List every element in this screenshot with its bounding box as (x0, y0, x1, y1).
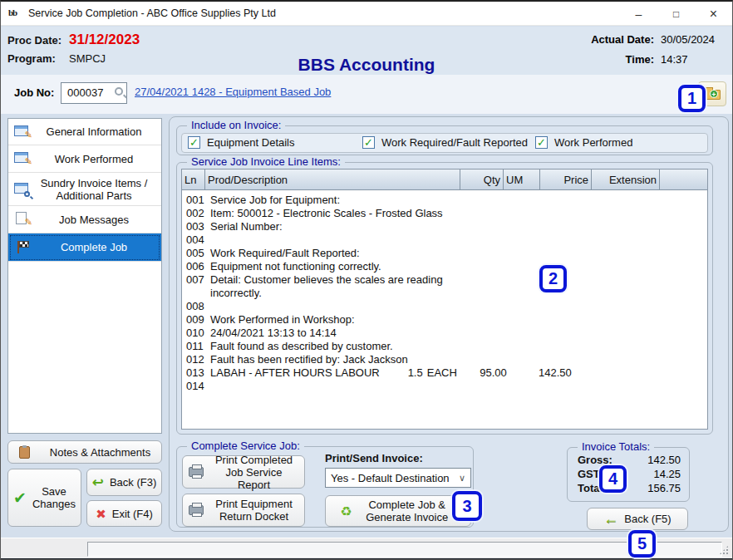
cell-ext (539, 353, 608, 366)
cell-qty (360, 247, 403, 260)
checkbox-item: ✓Equipment Details (188, 136, 295, 149)
col-um[interactable]: UM (504, 169, 540, 189)
actual-date-value: 30/05/2024 (661, 33, 722, 46)
table-row[interactable]: 011Fault found as described by customer. (182, 340, 707, 353)
cell-desc: Detail: Customer believes the scales are… (205, 273, 443, 287)
cell-ln: 003 (182, 220, 205, 233)
cell-end (608, 353, 655, 366)
cell-um: EACH (423, 366, 460, 380)
cell-desc: incorrectly. (205, 287, 262, 300)
complete-job-generate-invoice-button[interactable]: ♻ Complete Job & Generate Invoice (325, 495, 471, 527)
print-completed-job-report-button[interactable]: Print Completed Job Service Report (182, 455, 305, 489)
cell-ln: 014 (182, 380, 205, 393)
table-row[interactable]: 013LABAH - AFTER HOURS LABOUR1.5EACH95.0… (182, 366, 707, 380)
cell-um (305, 287, 342, 300)
checkbox-equipment-details[interactable]: ✓ (188, 136, 200, 149)
line-items-table: Ln Prod/Description Qty UM Price Extensi… (181, 169, 708, 430)
sidebar-item-sundry-invoice-items-additional-parts[interactable]: Sundry Invoice Items / Additional Parts (8, 173, 161, 206)
title-bar: bb Service Job Completion - ABC Office S… (1, 2, 732, 26)
totals-row-gst: GST:14.25 (568, 467, 689, 481)
table-row[interactable]: 01024/04/2021 13:13 to 14:14 (182, 327, 707, 340)
table-row[interactable]: 005Work Required/Fault Reported: (182, 247, 707, 260)
cell-ext (574, 207, 642, 220)
sidebar-item-job-messages[interactable]: ✎Job Messages (8, 206, 161, 233)
clipboard-icon (19, 446, 30, 459)
job-no-value: 000037 (67, 86, 103, 99)
cell-desc: Item: 500012 - Electronic Scales - Frost… (205, 207, 443, 220)
invoice-totals-body: Gross:142.50GST:14.25Total:156.75 (568, 448, 689, 495)
notes-attachments-button[interactable]: Notes & Attachments (7, 440, 162, 464)
cell-qty (340, 194, 383, 207)
minimize-button[interactable]: – (620, 2, 657, 26)
sidebar-item-complete-job[interactable]: Complete Job (8, 233, 161, 262)
print-send-invoice-select[interactable]: Yes - Default Destination ∨ (325, 468, 471, 488)
print-equipment-return-docket-button[interactable]: Print Equipment Return Docket (182, 494, 305, 527)
col-price[interactable]: Price (540, 169, 592, 189)
checkbox-work-required-fault-reported[interactable]: ✓ (362, 136, 375, 149)
cell-desc: Fault has been rectified by: Jack Jackso… (205, 353, 408, 366)
sidebar-item-work-performed[interactable]: ✎Work Performed (8, 145, 161, 173)
actual-date-label: Actual Date: (591, 33, 654, 46)
cell-ext (414, 220, 482, 233)
cell-um (380, 327, 416, 340)
col-ln[interactable]: Ln (182, 169, 205, 189)
save-changes-button[interactable]: ✔ Save Changes (7, 469, 81, 527)
bbs-logo-icon: bb (8, 7, 22, 20)
cell-ext (342, 380, 410, 393)
cell-ln: 008 (182, 300, 205, 313)
col-desc[interactable]: Prod/Description (205, 169, 460, 189)
sidebar-item-general-information[interactable]: ✎General Information (8, 119, 161, 145)
cell-ext (486, 313, 554, 327)
table-header: Ln Prod/Description Qty UM Price Extensi… (182, 169, 707, 190)
red-x-icon: ✖ (96, 508, 106, 520)
cell-end (642, 273, 690, 287)
cell-price (342, 287, 393, 300)
table-row[interactable]: 014 (182, 380, 707, 393)
cell-price (488, 353, 539, 366)
status-message-panel (87, 542, 722, 557)
checkbox-work-performed[interactable]: ✓ (535, 136, 548, 149)
annotation-badge-3: 3 (452, 491, 482, 521)
job-no-input[interactable]: 000037 (61, 82, 127, 104)
checkbox-label: Work Required/Fault Reported (381, 136, 528, 149)
close-button[interactable]: × (695, 2, 732, 26)
cell-price (290, 300, 342, 313)
cell-qty (283, 220, 326, 233)
back-f3-button[interactable]: ↩ Back (F3) (86, 469, 162, 496)
search-icon[interactable] (115, 87, 123, 96)
include-on-invoice-body: ✓Equipment Details✓Work Required/Fault R… (181, 133, 708, 153)
table-row[interactable]: 001Service Job for Equipment: (182, 194, 707, 207)
invoice-totals-group: Invoice Totals: Gross:142.50GST:14.25Tot… (567, 447, 690, 502)
table-row[interactable]: 003Serial Number: (182, 220, 707, 233)
header: Proc Date: 31/12/2023 Program: SMPCJ BBS… (1, 27, 732, 75)
cell-qty (443, 207, 486, 220)
table-row[interactable]: 004 (182, 233, 707, 247)
check-icon: ✔ (13, 492, 27, 504)
table-row[interactable]: 009Work Performed in Workshop: (182, 313, 707, 327)
table-row[interactable]: 008 (182, 300, 707, 313)
cell-price (290, 380, 342, 393)
table-row[interactable]: 006Equipment not functioning correctly. (182, 260, 707, 273)
cell-um (253, 233, 290, 247)
back-f5-button[interactable]: ← Back (F5) (587, 508, 688, 530)
cell-um (451, 353, 488, 366)
table-row[interactable]: incorrectly. (182, 287, 707, 300)
sidebar-item-label: Sundry Invoice Items / Additional Parts (30, 177, 158, 202)
totals-row-total: Total:156.75 (568, 481, 689, 495)
table-body: 001Service Job for Equipment:002Item: 50… (182, 190, 707, 393)
form-edit-icon: ✎ (14, 125, 32, 140)
col-ext[interactable]: Extension (592, 169, 660, 189)
table-row[interactable]: 002Item: 500012 - Electronic Scales - Fr… (182, 207, 707, 220)
table-row[interactable]: 007Detail: Customer believes the scales … (182, 273, 707, 287)
cell-price (461, 260, 513, 273)
maximize-button[interactable]: □ (657, 2, 695, 26)
col-qty[interactable]: Qty (460, 169, 504, 189)
cell-um (425, 260, 461, 273)
job-description-link[interactable]: 27/04/2021 1428 - Equipment Based Job (135, 86, 331, 98)
cell-end (559, 247, 607, 260)
totals-value: 142.50 (647, 453, 681, 467)
table-row[interactable]: 012Fault has been rectified by: Jack Jac… (182, 353, 707, 366)
cell-end (410, 233, 457, 247)
cell-price (435, 313, 486, 327)
exit-f4-button[interactable]: ✖ Exit (F4) (86, 500, 162, 527)
